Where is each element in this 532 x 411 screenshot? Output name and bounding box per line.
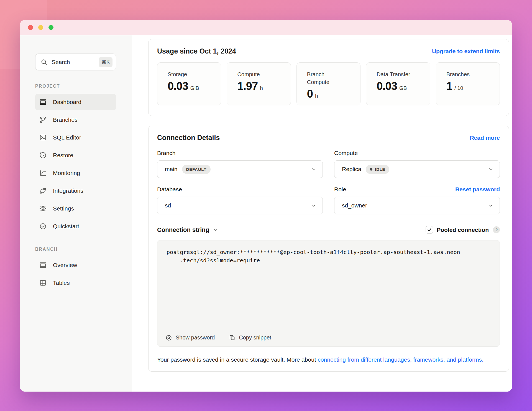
sidebar-item-label: Monitoring [53,170,80,176]
metric-unit: / 10 [454,85,463,91]
metric-label: Data Transfer [377,70,413,78]
database-select[interactable]: sd [157,197,323,214]
pooled-connection-checkbox[interactable] [426,226,433,234]
metric-unit: GiB [190,85,199,91]
chevron-down-icon [488,166,493,172]
copy-icon [229,334,236,341]
connection-details-title: Connection Details [157,134,220,142]
connection-string-line2: .tech/sd?sslmode=require [167,256,491,265]
branch-select[interactable]: main DEFAULT [157,160,323,178]
metric-unit: GB [399,85,407,91]
role-select[interactable]: sd_owner [334,197,500,214]
connection-string-line1: postgresql://sd_owner:************@ep-co… [167,248,491,256]
database-value: sd [165,202,171,209]
sidebar-item-monitoring[interactable]: Monitoring [35,165,116,181]
branch-label: Branch [157,150,176,156]
sidebar-item-branches[interactable]: Branches [35,111,116,128]
branch-field: Branch main DEFAULT [157,149,323,178]
sidebar-item-overview[interactable]: Overview [35,257,116,273]
sidebar-item-integrations[interactable]: Integrations [35,182,116,199]
show-password-button[interactable]: Show password [165,334,215,341]
metric-value: 1 [446,80,452,92]
connection-string-value[interactable]: postgresql://sd_owner:************@ep-co… [157,240,500,329]
metric-value: 0.03 [168,80,188,92]
metric-label: Compute [237,70,274,78]
docs-link[interactable]: connecting from different languages, fra… [318,356,483,363]
search-icon [40,59,48,66]
metric-unit: h [315,93,318,99]
sidebar-item-quickstart[interactable]: Quickstart [35,218,116,235]
sidebar-item-dashboard[interactable]: Dashboard [35,94,116,110]
sidebar-item-label: Overview [53,262,77,268]
metric-data-transfer: Data Transfer 0.03GB [366,62,430,105]
close-button[interactable] [28,25,33,30]
pooled-connection-toggle[interactable]: Pooled connection ? [426,226,500,234]
dashboard-icon [39,98,47,106]
restore-icon [39,151,47,159]
sidebar-item-tables[interactable]: Tables [35,275,116,291]
sidebar-section-project: PROJECT Dashboard Branches [35,84,116,235]
sidebar-item-label: Branches [53,116,78,123]
integrations-icon [39,187,47,195]
status-dot [370,168,372,171]
read-more-link[interactable]: Read more [470,135,500,141]
sidebar-item-label: Dashboard [53,99,81,105]
connection-string-block: postgresql://sd_owner:************@ep-co… [157,240,500,347]
metric-unit: h [260,85,263,91]
code-toolbar: Show password Copy snippet [157,329,500,346]
sidebar-item-restore[interactable]: Restore [35,147,116,164]
sidebar-item-settings[interactable]: Settings [35,200,116,217]
search-label: Search [52,59,70,65]
section-label: BRANCH [35,247,116,252]
role-value: sd_owner [342,202,367,209]
database-field: Database sd [157,186,323,214]
metric-label: Storage [168,70,204,78]
minimize-button[interactable] [38,25,43,30]
eye-icon [165,334,172,341]
sidebar-item-label: Settings [53,205,74,212]
upgrade-link[interactable]: Upgrade to extend limits [432,48,500,55]
footnote-text: Your password is saved in a secure stora… [157,356,318,363]
section-label: PROJECT [35,84,116,89]
usage-title: Usage since Oct 1, 2024 [157,47,236,55]
metric-storage: Storage 0.03GiB [157,62,221,105]
sql-editor-icon [39,134,47,141]
metric-label: Branches [446,70,483,78]
metric-label: Branch Compute [307,70,344,86]
compute-label: Compute [334,150,358,156]
zoom-button[interactable] [48,25,53,30]
sidebar-item-sql-editor[interactable]: SQL Editor [35,129,116,146]
copy-snippet-button[interactable]: Copy snippet [229,334,271,341]
metric-value: 1.97 [237,80,258,92]
password-footnote: Your password is saved in a secure stora… [157,355,500,364]
connection-string-dropdown[interactable]: Connection string [157,226,218,234]
overview-icon [39,261,47,269]
search-shortcut: ⌘K [99,57,112,67]
tables-icon [39,279,47,287]
app-window: Search ⌘K PROJECT Dashboard [20,20,512,392]
sidebar-item-label: SQL Editor [53,134,81,141]
window-titlebar [20,20,512,35]
check-icon [427,227,432,232]
chevron-down-icon [311,203,316,208]
pooled-connection-label: Pooled connection [437,227,489,233]
monitoring-icon [39,169,47,177]
quickstart-icon [39,222,47,230]
role-field: Role Reset password sd_owner [334,186,500,214]
metric-value: 0.03 [377,80,397,92]
sidebar: Search ⌘K PROJECT Dashboard [20,35,132,392]
idle-badge: IDLE [366,165,389,174]
default-badge: DEFAULT [182,165,211,174]
help-icon[interactable]: ? [493,226,500,233]
compute-select[interactable]: Replica IDLE [334,160,500,178]
compute-field: Compute Replica IDLE [334,149,500,178]
reset-password-link[interactable]: Reset password [455,186,500,193]
chevron-down-icon [213,227,218,232]
usage-card: Usage since Oct 1, 2024 Upgrade to exten… [148,39,509,116]
role-label: Role [334,186,346,193]
branch-value: main [165,166,178,172]
sidebar-item-label: Quickstart [53,223,79,230]
sidebar-item-label: Restore [53,152,73,159]
search-input[interactable]: Search ⌘K [35,54,116,70]
sidebar-item-label: Tables [53,280,70,286]
